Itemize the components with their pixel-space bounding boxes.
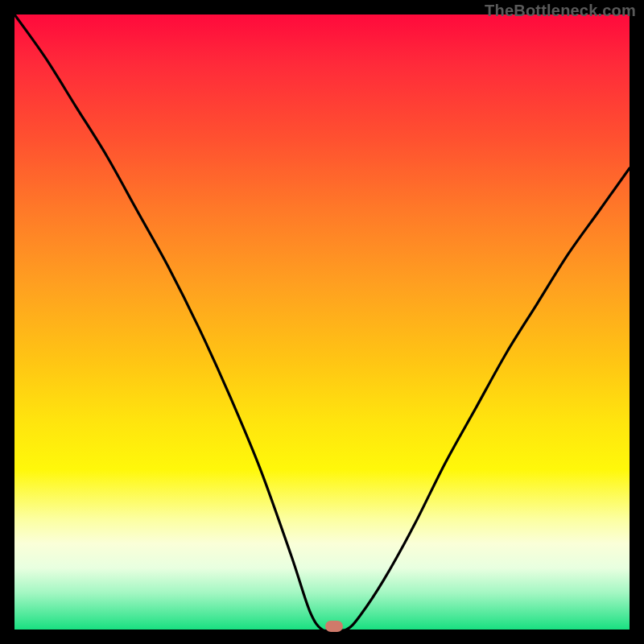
plot-area bbox=[14, 14, 630, 630]
watermark-text: TheBottleneck.com bbox=[485, 2, 636, 20]
chart-frame: TheBottleneck.com bbox=[0, 0, 644, 644]
bottleneck-curve bbox=[14, 14, 630, 630]
optimal-marker bbox=[325, 621, 343, 632]
